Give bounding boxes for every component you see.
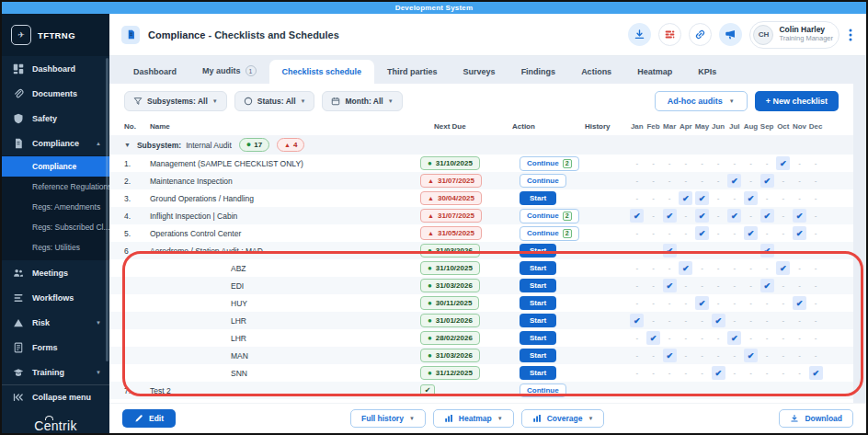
table-row-child[interactable]: EDI●31/03/2026Start--✔-----✔--- bbox=[109, 277, 853, 294]
month-cell-dec[interactable]: ✔ bbox=[807, 366, 824, 380]
table-row[interactable]: 7.Test 2✔Continue bbox=[109, 382, 853, 399]
month-cell-mar[interactable]: ✔ bbox=[661, 209, 678, 223]
row-action-button-start[interactable]: Start bbox=[520, 261, 556, 275]
tab-kpis[interactable]: KPIs bbox=[685, 60, 729, 84]
check-icon[interactable]: ✔ bbox=[744, 191, 758, 205]
check-icon[interactable]: ✔ bbox=[630, 209, 644, 223]
month-cell-sep[interactable]: ✔ bbox=[759, 209, 775, 223]
full-history-button[interactable]: Full history ▼ bbox=[350, 409, 426, 428]
link-icon[interactable] bbox=[689, 23, 712, 46]
queue-icon[interactable] bbox=[658, 23, 681, 46]
check-icon[interactable]: ✔ bbox=[663, 349, 677, 362]
check-icon[interactable]: ✔ bbox=[679, 191, 692, 205]
ad-hoc-audits-button[interactable]: Ad-hoc audits ▼ bbox=[655, 91, 748, 111]
check-icon[interactable]: ✔ bbox=[793, 209, 806, 223]
sidebar-item-risk[interactable]: Risk▼ bbox=[2, 310, 109, 335]
check-icon[interactable]: ✔ bbox=[727, 174, 741, 188]
download-button[interactable]: Download bbox=[779, 409, 853, 428]
check-icon[interactable]: ✔ bbox=[744, 226, 758, 240]
month-cell-mar[interactable]: ✔ bbox=[661, 349, 678, 362]
check-icon[interactable]: ✔ bbox=[760, 244, 774, 258]
tab-heatmap[interactable]: Heatmap bbox=[624, 60, 685, 84]
row-action-button-continue[interactable]: Continue2 bbox=[520, 156, 579, 171]
submenu-item-reference-regulations[interactable]: Reference Regulations bbox=[2, 177, 109, 197]
month-cell-jul[interactable]: ✔ bbox=[726, 331, 743, 345]
check-icon[interactable]: ✔ bbox=[776, 261, 790, 275]
month-cell-jul[interactable]: ✔ bbox=[726, 209, 743, 223]
month-cell-jan[interactable]: ✔ bbox=[629, 314, 645, 327]
logo-area[interactable]: ✈ TFTRNG bbox=[2, 14, 109, 56]
row-action-button-continue[interactable]: Continue2 bbox=[520, 226, 579, 241]
submenu-item-regs-subscribed-cl[interactable]: Regs: Subscribed Cl... bbox=[2, 217, 109, 237]
month-cell-nov[interactable]: ✔ bbox=[792, 296, 808, 310]
row-action-button-start[interactable]: Start bbox=[520, 279, 556, 292]
table-row[interactable]: 1.Management (SAMPLE CHECKLIST ONLY)●31/… bbox=[109, 155, 853, 172]
table-row-child[interactable]: HUY●30/11/2025Start----✔-----✔- bbox=[109, 294, 853, 312]
month-cell-feb[interactable]: ✔ bbox=[645, 331, 662, 345]
month-cell-sep[interactable]: ✔ bbox=[759, 174, 775, 188]
collapse-menu-button[interactable]: Collapse menu bbox=[2, 384, 109, 409]
sidebar-item-documents[interactable]: Documents bbox=[2, 81, 109, 106]
row-action-button-start[interactable]: Start bbox=[520, 349, 556, 362]
check-icon[interactable]: ✔ bbox=[760, 174, 774, 188]
table-row[interactable]: 2.Maintenance Inspection▲31/07/2025Conti… bbox=[109, 172, 853, 189]
month-cell-may[interactable]: ✔ bbox=[694, 209, 711, 223]
coverage-button[interactable]: Coverage ▼ bbox=[521, 409, 605, 428]
check-icon[interactable]: ✔ bbox=[793, 226, 806, 240]
tab-checklists-schedule[interactable]: Checklists schedule bbox=[269, 60, 375, 84]
month-cell-apr[interactable]: ✔ bbox=[678, 261, 694, 275]
submenu-item-regs-amendments[interactable]: Regs: Amendments bbox=[2, 197, 109, 217]
heatmap-button[interactable]: Heatmap ▼ bbox=[433, 409, 514, 428]
row-action-button-start[interactable]: Start bbox=[520, 314, 556, 327]
tab-third-parties[interactable]: Third parties bbox=[374, 60, 451, 84]
month-cell-may[interactable]: ✔ bbox=[694, 226, 711, 240]
check-icon[interactable]: ✔ bbox=[646, 331, 660, 345]
month-cell-sep[interactable]: ✔ bbox=[759, 279, 775, 292]
edit-button[interactable]: Edit bbox=[122, 409, 176, 428]
filter-month-all[interactable]: Month: All▼ bbox=[322, 91, 402, 111]
collapse-group-icon[interactable]: ▼ bbox=[124, 142, 131, 148]
more-options-icon[interactable] bbox=[847, 29, 854, 41]
table-row-child[interactable]: SNN●31/12/2025Start-----✔-----✔ bbox=[109, 364, 853, 382]
subsystem-group-row[interactable]: ▼ Subsystem: Internal Audit ● 17 ▲ 4 bbox=[109, 135, 853, 155]
download-icon[interactable] bbox=[628, 23, 651, 46]
check-icon[interactable]: ✔ bbox=[712, 314, 725, 327]
month-cell-jul[interactable]: ✔ bbox=[726, 174, 743, 188]
month-cell-jun[interactable]: ✔ bbox=[710, 366, 726, 380]
check-icon[interactable]: ✔ bbox=[727, 331, 741, 345]
check-icon[interactable]: ✔ bbox=[760, 209, 774, 223]
sidebar-item-forms[interactable]: Forms bbox=[2, 335, 109, 360]
table-row[interactable]: 4.Inflight Inspection | Cabin▲31/07/2025… bbox=[109, 207, 853, 224]
table-row-child[interactable]: LHR●28/02/2026Start-✔----✔----- bbox=[109, 329, 853, 347]
table-row[interactable]: 5.Operations Control Center▲31/05/2025Co… bbox=[109, 224, 853, 242]
month-cell-aug[interactable]: ✔ bbox=[743, 191, 760, 205]
month-cell-sep[interactable]: ✔ bbox=[759, 244, 775, 258]
check-icon[interactable]: ✔ bbox=[695, 226, 709, 240]
month-cell-mar[interactable]: ✔ bbox=[661, 279, 678, 292]
sidebar-item-training[interactable]: Training▼ bbox=[2, 360, 109, 384]
check-icon[interactable]: ✔ bbox=[727, 209, 741, 223]
check-icon[interactable]: ✔ bbox=[695, 191, 709, 205]
table-row-child[interactable]: ABZ●31/10/2025Start---✔-----✔-- bbox=[109, 259, 853, 277]
row-action-button-start[interactable]: Start bbox=[520, 244, 556, 258]
row-action-button-start[interactable]: Start bbox=[520, 366, 556, 380]
check-icon[interactable]: ✔ bbox=[679, 261, 692, 275]
row-action-button-continue[interactable]: Continue bbox=[520, 174, 566, 188]
check-icon[interactable]: ✔ bbox=[776, 156, 790, 170]
month-cell-jun[interactable]: ✔ bbox=[710, 314, 726, 327]
month-cell-may[interactable]: ✔ bbox=[694, 191, 711, 205]
tab-dashboard[interactable]: Dashboard bbox=[120, 60, 189, 84]
row-action-button-start[interactable]: Start bbox=[520, 296, 556, 310]
sidebar-item-workflows[interactable]: Workflows bbox=[2, 285, 109, 310]
submenu-item-compliance[interactable]: Compliance bbox=[2, 156, 109, 177]
check-icon[interactable]: ✔ bbox=[630, 314, 644, 327]
sidebar-item-dashboard[interactable]: Dashboard bbox=[2, 56, 109, 81]
check-icon[interactable]: ✔ bbox=[760, 279, 774, 292]
tab-my-audits[interactable]: My audits1 bbox=[189, 58, 269, 84]
filter-subsystems-all[interactable]: Subsystems: All▼ bbox=[124, 91, 227, 111]
month-cell-may[interactable]: ✔ bbox=[694, 296, 711, 310]
row-action-button-continue[interactable]: Continue2 bbox=[520, 209, 579, 223]
row-action-button-start[interactable]: Start bbox=[520, 331, 556, 345]
table-row[interactable]: 6Aerodrome / Station Audit : MAD●31/03/2… bbox=[109, 242, 853, 259]
sidebar-item-meetings[interactable]: Meetings bbox=[2, 260, 109, 285]
